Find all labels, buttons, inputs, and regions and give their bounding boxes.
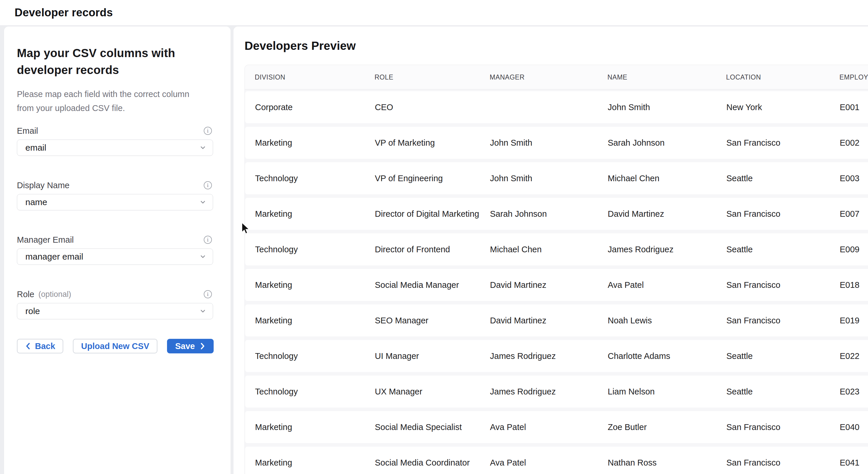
mapping-panel-title: Map your CSV columns with developer reco… xyxy=(17,44,204,78)
info-icon[interactable]: i xyxy=(204,290,212,298)
manager-email-field-label: Manager Email xyxy=(17,235,74,245)
cell-manager: James Rodriguez xyxy=(490,351,556,361)
cell-employee-id: E022 xyxy=(840,351,860,361)
cell-employee-id: E023 xyxy=(840,387,860,397)
cell-location: San Francisco xyxy=(726,138,780,148)
table-row: Corporate CEO John Smith New York E001 xyxy=(245,89,868,125)
role-optional-label: (optional) xyxy=(38,290,71,299)
upload-new-csv-button[interactable]: Upload New CSV xyxy=(73,339,157,353)
table-row: Marketing Social Media Manager David Mar… xyxy=(245,267,868,303)
cell-employee-id: E041 xyxy=(840,458,860,468)
mapping-actions: Back Upload New CSV Save xyxy=(17,339,213,353)
cell-manager: Ava Patel xyxy=(490,458,526,468)
cell-division: Marketing xyxy=(255,280,292,290)
chevron-right-icon xyxy=(200,342,206,350)
cell-role: Social Media Manager xyxy=(375,280,459,290)
manager-email-column-select[interactable]: manager email xyxy=(17,249,213,265)
cell-role: Director of Frontend xyxy=(375,245,450,254)
cell-role: Director of Digital Marketing xyxy=(375,209,479,219)
column-header-location: LOCATION xyxy=(726,73,761,81)
cell-division: Marketing xyxy=(255,422,292,432)
table-row: Technology UI Manager James Rodriguez Ch… xyxy=(245,338,868,374)
cell-location: San Francisco xyxy=(726,316,780,325)
cell-division: Marketing xyxy=(255,458,292,468)
cell-location: Seattle xyxy=(726,387,752,397)
chevron-down-icon xyxy=(199,308,206,315)
cell-location: Seattle xyxy=(726,351,752,361)
cell-division: Technology xyxy=(255,173,298,183)
info-icon[interactable]: i xyxy=(204,127,212,135)
developers-preview-table: DIVISION ROLE MANAGER NAME LOCATION EMPL… xyxy=(245,65,868,474)
cell-division: Technology xyxy=(255,245,298,254)
cell-manager: John Smith xyxy=(490,138,532,148)
display-name-column-select-value: name xyxy=(25,197,47,207)
cell-location: San Francisco xyxy=(726,422,780,432)
cell-role: Social Media Specialist xyxy=(375,422,462,432)
table-row: Marketing SEO Manager David Martinez Noa… xyxy=(245,303,868,338)
table-row: Technology VP of Engineering John Smith … xyxy=(245,160,868,196)
save-button-label: Save xyxy=(175,342,195,351)
cell-name: Noah Lewis xyxy=(608,316,652,325)
cell-name: Liam Nelson xyxy=(608,387,655,397)
cell-division: Technology xyxy=(255,351,298,361)
role-field-label: Role xyxy=(17,290,34,299)
cell-employee-id: E007 xyxy=(840,209,860,219)
cell-location: Seattle xyxy=(726,173,752,183)
manager-email-column-select-value: manager email xyxy=(25,252,83,262)
table-header-row: DIVISION ROLE MANAGER NAME LOCATION EMPL… xyxy=(245,65,868,89)
save-button[interactable]: Save xyxy=(167,339,214,353)
chevron-down-icon xyxy=(199,144,206,151)
info-icon[interactable]: i xyxy=(204,181,212,189)
cell-location: Seattle xyxy=(726,245,752,254)
cell-division: Marketing xyxy=(255,138,292,148)
role-column-select[interactable]: role xyxy=(17,303,213,319)
cell-manager: James Rodriguez xyxy=(490,387,556,397)
cell-division: Marketing xyxy=(255,316,292,325)
column-header-employee-id: EMPLOYEE ID xyxy=(839,73,868,81)
email-field-label: Email xyxy=(17,126,38,136)
preview-title: Developers Preview xyxy=(245,39,868,53)
column-header-division: DIVISION xyxy=(255,73,285,81)
cell-name: Nathan Ross xyxy=(608,458,657,468)
cell-role: CEO xyxy=(375,102,393,112)
cell-employee-id: E019 xyxy=(840,316,860,325)
column-header-manager: MANAGER xyxy=(490,73,525,81)
info-icon[interactable]: i xyxy=(204,236,212,244)
chevron-left-icon xyxy=(25,342,31,350)
chevron-down-icon xyxy=(199,253,206,260)
table-row: Marketing Social Media Specialist Ava Pa… xyxy=(245,409,868,445)
display-name-column-select[interactable]: name xyxy=(17,194,213,210)
back-button-label: Back xyxy=(35,342,55,351)
cell-division: Marketing xyxy=(255,209,292,219)
cell-employee-id: E003 xyxy=(840,173,860,183)
cell-manager: David Martinez xyxy=(490,316,546,325)
field-role: Role (optional) i role xyxy=(17,290,213,319)
cell-name: David Martinez xyxy=(608,209,664,219)
cell-name: James Rodriguez xyxy=(608,245,674,254)
cell-employee-id: E009 xyxy=(840,245,860,254)
column-header-role: ROLE xyxy=(375,73,394,81)
cell-manager: Sarah Johnson xyxy=(490,209,547,219)
cell-manager: David Martinez xyxy=(490,280,546,290)
cell-role: SEO Manager xyxy=(375,316,429,325)
back-button[interactable]: Back xyxy=(17,339,63,353)
cell-location: San Francisco xyxy=(726,458,780,468)
table-row: Technology UX Manager James Rodriguez Li… xyxy=(245,374,868,409)
chevron-down-icon xyxy=(199,199,206,206)
cell-employee-id: E001 xyxy=(840,102,860,112)
cell-name: Sarah Johnson xyxy=(608,138,664,148)
cell-division: Corporate xyxy=(255,102,292,112)
cell-name: Michael Chen xyxy=(608,173,659,183)
cell-role: UI Manager xyxy=(375,351,419,361)
cell-division: Technology xyxy=(255,387,298,397)
cell-role: UX Manager xyxy=(375,387,422,397)
field-email: Email i email xyxy=(17,126,213,156)
cell-employee-id: E018 xyxy=(840,280,860,290)
table-row: Marketing Social Media Coordinator Ava P… xyxy=(245,445,868,474)
cell-name: Charlotte Adams xyxy=(608,351,670,361)
cell-employee-id: E040 xyxy=(840,422,860,432)
cell-name: John Smith xyxy=(608,102,650,112)
email-column-select[interactable]: email xyxy=(17,139,213,156)
table-row: Marketing VP of Marketing John Smith Sar… xyxy=(245,125,868,160)
page-title: Developer records xyxy=(14,6,113,19)
